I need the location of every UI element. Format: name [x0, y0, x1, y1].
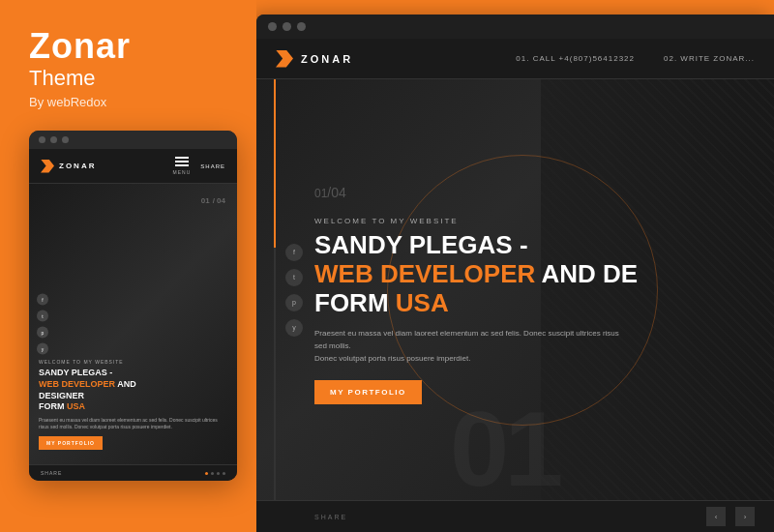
mobile-headline: SANDY PLEGAS - WEB DEVELOPER AND DESIGNE… — [39, 368, 237, 413]
mobile-social-t[interactable]: t — [37, 310, 48, 322]
mobile-desc: Praesent eu massa vel diam laoreet eleme… — [39, 417, 237, 430]
desktop-nav-call: 01. CALL +4(807)56412322 — [516, 54, 635, 63]
desktop-headline-line2: AND DE — [542, 259, 639, 288]
desktop-nav-arrows: ‹ › — [706, 507, 755, 526]
hamburger-line-2 — [175, 161, 189, 163]
mobile-slide-total: / 04 — [213, 196, 225, 205]
desktop-desc: Praesent eu massa vel diam laoreet eleme… — [314, 328, 624, 365]
mobile-share-label: SHARE — [200, 163, 225, 169]
mobile-portfolio-button[interactable]: MY PORTFOLIO — [39, 436, 103, 450]
desktop-logo: ZONAR — [276, 50, 353, 68]
desktop-content: 01/04 WELCOME TO MY WEBSITE SANDY PLEGAS… — [256, 156, 774, 423]
mobile-dots — [205, 472, 225, 475]
desktop-desc-line1: Praesent eu massa vel diam laoreet eleme… — [314, 329, 619, 350]
desktop-logo-icon — [276, 50, 293, 68]
desktop-slide-current: 01 — [314, 187, 327, 200]
mobile-headline-line4: FORM — [39, 401, 67, 411]
desktop-nav-links: 01. CALL +4(807)56412322 02. WRITE ZONAR… — [516, 54, 755, 63]
mobile-logo-text: ZONAR — [59, 162, 96, 170]
desktop-headline-usa: USA — [396, 288, 449, 317]
desktop-top-bar — [256, 15, 774, 39]
desktop-hero: 01 f t p y 01/04 WELCOME TO MY WEBSITE S… — [256, 79, 774, 500]
mobile-dot-1 — [39, 136, 45, 143]
mobile-mockup: ZONAR MENU SHARE 01 / 04 f t — [29, 131, 237, 481]
mobile-dot-3 — [62, 136, 69, 143]
hamburger-line-3 — [175, 164, 189, 166]
desktop-headline: SANDY PLEGAS - WEB DEVELOPER AND DE FORM… — [314, 231, 682, 318]
desktop-logo-text: ZONAR — [301, 53, 353, 65]
desktop-headline-line1: SANDY PLEGAS - — [314, 230, 528, 259]
mobile-nav: ZONAR MENU SHARE — [29, 149, 237, 184]
mobile-logo-icon — [41, 160, 54, 173]
desktop-welcome: WELCOME TO MY WEBSITE — [314, 217, 755, 225]
left-panel: Zonar Theme By webRedox ZONAR MENU SHARE — [0, 0, 256, 532]
desktop-next-arrow[interactable]: › — [735, 507, 755, 526]
brand-by: By webRedox — [29, 95, 106, 109]
hamburger-line-1 — [175, 157, 189, 159]
desktop-mockup: ZONAR 01. CALL +4(807)56412322 02. WRITE… — [256, 15, 774, 532]
desktop-headline-line3: FORM — [314, 288, 396, 317]
desktop-bottom-bar: SHARE ‹ › — [256, 500, 774, 532]
mobile-social-y[interactable]: y — [37, 343, 48, 355]
brand-name: Zonar — [29, 29, 131, 64]
desktop-slide-total: /04 — [327, 185, 345, 200]
mobile-dot-2 — [211, 472, 214, 475]
mobile-headline-line2: AND — [117, 379, 136, 389]
mobile-headline-line3: DESIGNER — [39, 391, 84, 400]
desktop-nav: ZONAR 01. CALL +4(807)56412322 02. WRITE… — [256, 39, 774, 79]
mobile-dot-3 — [217, 472, 220, 475]
desktop-nav-write: 02. WRITE ZONAR... — [664, 54, 755, 63]
brand-subtitle: Theme — [29, 66, 95, 91]
mobile-dot-4 — [223, 472, 225, 475]
mobile-social: f t p y — [37, 294, 48, 355]
mobile-top-bar — [29, 131, 237, 149]
mobile-nav-right: MENU SHARE — [173, 157, 225, 175]
mobile-social-f[interactable]: f — [37, 294, 48, 306]
desktop-dot-3 — [297, 22, 306, 31]
mobile-slide-current: 01 — [201, 196, 210, 205]
mobile-content: WELCOME TO MY WEBSITE SANDY PLEGAS - WEB… — [39, 359, 237, 450]
mobile-slide-num: 01 / 04 — [201, 193, 225, 205]
mobile-hero: 01 / 04 f t p y WELCOME TO MY WEBSITE SA… — [29, 184, 237, 464]
desktop-slide-num: 01/04 — [314, 175, 755, 202]
mobile-headline-usa: USA — [67, 401, 85, 411]
mobile-dot-2 — [50, 136, 57, 143]
mobile-dot-active — [205, 472, 208, 475]
mobile-headline-orange: WEB DEVELOPER — [39, 379, 115, 389]
mobile-welcome: WELCOME TO MY WEBSITE — [39, 359, 237, 365]
mobile-logo: ZONAR — [41, 160, 96, 173]
desktop-share: SHARE — [314, 514, 347, 520]
desktop-headline-orange: WEB DEVELOPER — [314, 259, 535, 288]
desktop-prev-arrow[interactable]: ‹ — [706, 507, 726, 526]
mobile-share-bottom: SHARE — [41, 470, 62, 476]
desktop-dot-1 — [268, 22, 277, 31]
desktop-dot-2 — [283, 22, 291, 31]
mobile-hamburger[interactable]: MENU — [173, 157, 192, 175]
mobile-social-p[interactable]: p — [37, 327, 48, 339]
desktop-desc-line2: Donec volutpat porta risus posuere imper… — [314, 354, 470, 363]
mobile-menu-label: MENU — [173, 169, 192, 175]
mobile-headline-line1: SANDY PLEGAS - — [39, 368, 112, 377]
desktop-portfolio-button[interactable]: MY PORTFOLIO — [314, 380, 422, 404]
mobile-bottom-bar: SHARE — [29, 464, 237, 481]
